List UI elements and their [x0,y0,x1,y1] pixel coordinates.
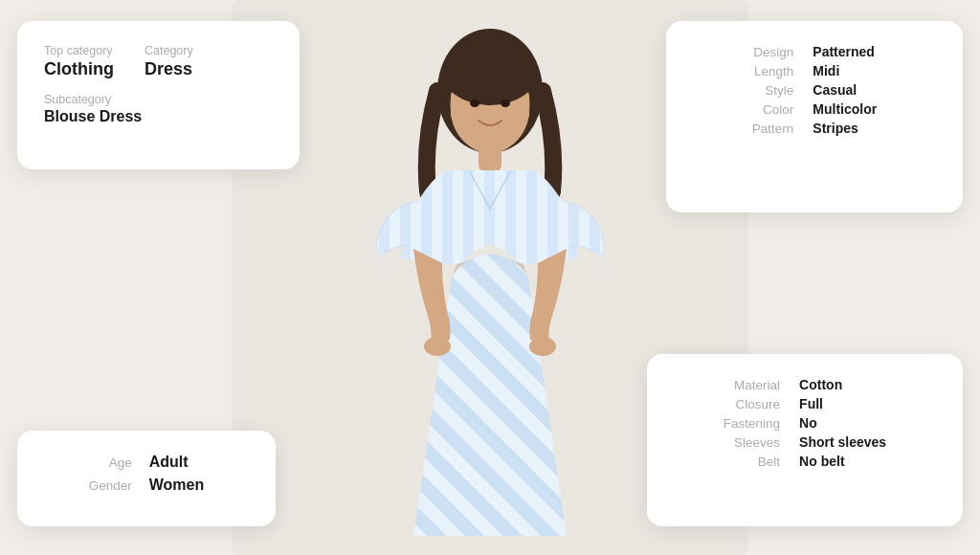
card-material: MaterialCottonClosureFullFasteningNoSlee… [647,354,963,526]
top-category-value: Clothing [44,59,114,79]
design-label-4: Pattern [693,122,793,136]
design-label-2: Style [693,83,793,98]
material-label-1: Closure [674,397,780,411]
material-label-3: Sleeves [674,435,780,450]
top-category-label: Top category [44,44,114,57]
scene: Top category Clothing Category Dress Sub… [0,0,980,555]
material-label-2: Fastening [674,416,780,431]
material-value-3: Short sleeves [799,434,936,450]
top-category-block: Top category Clothing [44,44,114,79]
category-value: Dress [145,59,193,79]
material-value-4: No belt [799,454,936,469]
design-value-2: Casual [813,82,936,98]
age-gender-table: Age Adult Gender Women [44,454,249,494]
svg-point-10 [501,100,510,107]
gender-value: Women [149,477,249,494]
design-label-3: Color [693,102,793,117]
design-value-3: Multicolor [813,101,936,117]
svg-point-9 [470,100,479,107]
svg-point-16 [529,337,556,356]
material-label-4: Belt [674,455,780,469]
material-value-1: Full [799,396,936,411]
gender-label: Gender [44,478,132,493]
card-category: Top category Clothing Category Dress Sub… [17,21,300,169]
subcategory-label: Subcategory [44,93,273,106]
card-age-gender: Age Adult Gender Women [17,431,276,526]
material-value-2: No [799,415,936,431]
svg-point-8 [442,38,538,105]
age-label: Age [44,455,132,470]
age-value: Adult [149,454,249,471]
design-value-1: Midi [813,63,936,78]
design-label-0: Design [693,45,793,59]
material-attr-table: MaterialCottonClosureFullFasteningNoSlee… [674,377,936,469]
design-attr-table: DesignPatternedLengthMidiStyleCasualColo… [693,44,936,136]
card-design: DesignPatternedLengthMidiStyleCasualColo… [666,21,963,212]
design-label-1: Length [693,64,793,78]
material-value-0: Cotton [799,377,936,392]
category-label: Category [145,44,193,57]
subcategory-value: Blouse Dress [44,108,273,125]
design-value-0: Patterned [813,44,936,59]
material-label-0: Material [674,378,780,392]
category-block: Category Dress [145,44,193,79]
design-value-4: Stripes [813,121,936,136]
svg-point-15 [424,337,451,356]
